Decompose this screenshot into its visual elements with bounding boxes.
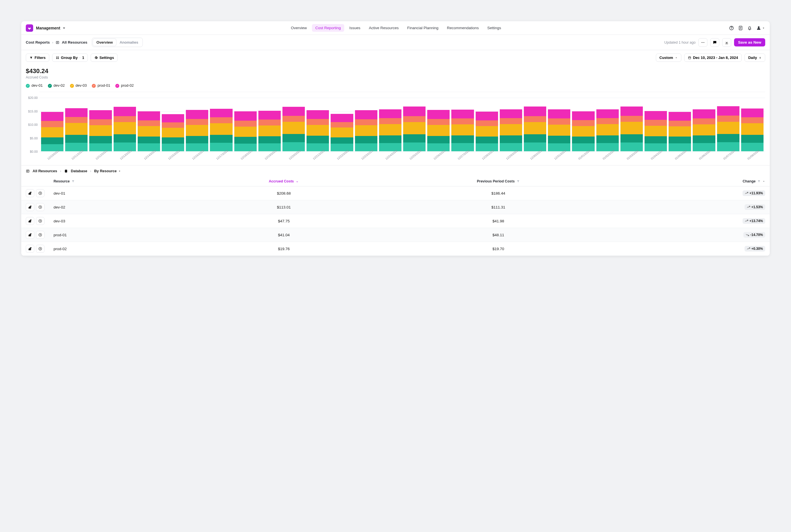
- help-icon[interactable]: [729, 25, 734, 31]
- bar[interactable]: [65, 108, 88, 151]
- legend-item[interactable]: dev-03: [70, 83, 87, 88]
- bar[interactable]: [644, 111, 667, 151]
- calendar-icon: [688, 56, 691, 59]
- account-menu[interactable]: [756, 25, 765, 31]
- bar[interactable]: [234, 111, 257, 151]
- bar[interactable]: [717, 106, 739, 151]
- nav-cost-reporting[interactable]: Cost Reporting: [312, 24, 344, 32]
- bar[interactable]: [114, 107, 136, 151]
- row-chart-button[interactable]: [26, 189, 34, 197]
- bar[interactable]: [210, 109, 232, 151]
- bar[interactable]: [331, 114, 353, 151]
- bar[interactable]: [306, 110, 329, 151]
- docs-icon[interactable]: [738, 25, 743, 31]
- bar[interactable]: [668, 112, 691, 151]
- y-tick: $10.00: [28, 123, 38, 126]
- y-tick: $20.00: [28, 96, 38, 99]
- nav-settings[interactable]: Settings: [484, 24, 505, 32]
- table-row[interactable]: $ prod-02 $19.76 $19.70 +0.30%: [21, 242, 770, 256]
- row-cost-button[interactable]: $: [36, 217, 44, 225]
- nav-issues[interactable]: Issues: [346, 24, 364, 32]
- nav-active-resources[interactable]: Active Resources: [365, 24, 402, 32]
- table-row[interactable]: $ dev-01 $208.68 $186.44 +11.93%: [21, 186, 770, 200]
- download-button[interactable]: [722, 38, 731, 47]
- table-crumb-group[interactable]: By Resource: [94, 169, 121, 173]
- col-accrued[interactable]: Accrued Costs: [192, 176, 376, 186]
- bell-icon[interactable]: [747, 25, 752, 31]
- legend-item[interactable]: dev-01: [26, 83, 43, 88]
- col-change[interactable]: Change: [620, 176, 770, 186]
- cell-previous: $41.98: [376, 214, 620, 228]
- bar[interactable]: [596, 109, 619, 151]
- workspace-switcher[interactable]: Management: [36, 26, 60, 30]
- bar[interactable]: [548, 109, 570, 151]
- bar[interactable]: [403, 107, 426, 151]
- chart-settings-button[interactable]: Settings: [91, 54, 117, 62]
- bar[interactable]: [162, 114, 184, 151]
- bar[interactable]: [138, 111, 160, 151]
- table-crumb-provider[interactable]: Database: [71, 169, 87, 173]
- breadcrumb-root[interactable]: Cost Reports: [26, 40, 50, 44]
- bar[interactable]: [186, 110, 208, 151]
- cell-accrued: $208.68: [192, 186, 376, 200]
- tab-overview[interactable]: Overview: [93, 39, 116, 46]
- view-tabs: Overview Anomalies: [92, 38, 143, 47]
- chart-legend: dev-01dev-02dev-03prod-01prod-02: [26, 83, 765, 88]
- bar[interactable]: [379, 109, 401, 151]
- bar[interactable]: [282, 107, 305, 151]
- tab-anomalies[interactable]: Anomalies: [116, 39, 142, 46]
- col-resource[interactable]: Resource: [49, 176, 192, 186]
- breadcrumb-node[interactable]: All Resources: [62, 40, 87, 44]
- range-mode-select[interactable]: Custom: [656, 54, 681, 62]
- comments-button[interactable]: [710, 38, 719, 47]
- bar[interactable]: [500, 109, 522, 151]
- svg-point-6: [704, 42, 704, 42]
- bar[interactable]: [41, 112, 63, 151]
- bar[interactable]: [476, 112, 498, 151]
- row-cost-button[interactable]: $: [36, 189, 44, 197]
- bar[interactable]: [427, 110, 450, 151]
- cell-resource: prod-01: [49, 228, 192, 242]
- legend-item[interactable]: dev-02: [48, 83, 65, 88]
- groupby-button[interactable]: Group By · 1: [52, 54, 88, 62]
- table-row[interactable]: $ dev-02 $113.01 $111.31 +1.53%: [21, 200, 770, 214]
- bar[interactable]: [693, 109, 715, 151]
- cell-resource: prod-02: [49, 242, 192, 256]
- app-logo[interactable]: [26, 24, 33, 32]
- nav-financial-planning[interactable]: Financial Planning: [404, 24, 442, 32]
- bar[interactable]: [572, 111, 595, 151]
- granularity-select[interactable]: Daily: [745, 54, 765, 62]
- nav-recommendations[interactable]: Recommendations: [444, 24, 482, 32]
- download-icon: [724, 40, 729, 45]
- legend-item[interactable]: prod-02: [115, 83, 134, 88]
- bar[interactable]: [524, 107, 546, 151]
- bar[interactable]: [741, 109, 764, 151]
- bar[interactable]: [451, 110, 474, 151]
- cell-previous: $186.44: [376, 186, 620, 200]
- more-menu[interactable]: [698, 38, 708, 47]
- table-crumb-all[interactable]: All Resources: [33, 169, 57, 173]
- date-range-picker[interactable]: Dec 10, 2023 - Jan 8, 2024: [684, 54, 742, 62]
- row-chart-button[interactable]: [26, 203, 34, 211]
- bar[interactable]: [355, 110, 377, 151]
- table-row[interactable]: $ dev-03 $47.75 $41.98 +13.74%: [21, 214, 770, 228]
- row-cost-button[interactable]: $: [36, 245, 44, 253]
- row-cost-button[interactable]: $: [36, 231, 44, 239]
- nav-overview[interactable]: Overview: [287, 24, 310, 32]
- chevron-down-icon: [118, 169, 121, 173]
- table-row[interactable]: $ prod-01 $41.04 $48.11 -14.70%: [21, 228, 770, 242]
- col-previous[interactable]: Previous Period Costs: [376, 176, 620, 186]
- legend-item[interactable]: prod-01: [92, 83, 110, 88]
- bar[interactable]: [620, 107, 643, 151]
- filters-button[interactable]: Filters: [26, 54, 49, 62]
- row-chart-button[interactable]: [26, 217, 34, 225]
- gear-icon: [94, 56, 98, 59]
- row-cost-button[interactable]: $: [36, 203, 44, 211]
- bar[interactable]: [258, 111, 281, 151]
- save-as-new-button[interactable]: Save as New: [734, 38, 765, 46]
- user-icon: [756, 25, 761, 31]
- row-chart-button[interactable]: [26, 245, 34, 253]
- svg-text:$: $: [40, 234, 41, 236]
- bar[interactable]: [89, 110, 112, 151]
- row-chart-button[interactable]: [26, 231, 34, 239]
